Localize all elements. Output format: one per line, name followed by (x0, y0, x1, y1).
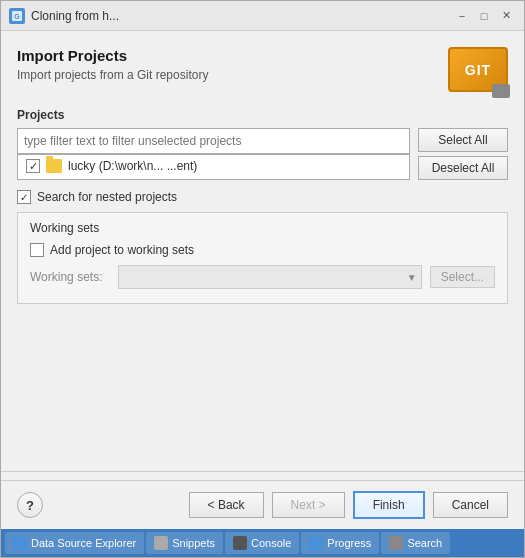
taskbar-console[interactable]: Console (225, 532, 299, 554)
list-item: lucky (D:\work\n... ...ent) (18, 155, 409, 177)
dialog-title: Import Projects (17, 47, 448, 64)
project-checkbox[interactable] (26, 159, 40, 173)
projects-area: lucky (D:\work\n... ...ent) Select All D… (17, 128, 508, 180)
svg-text:G: G (14, 13, 20, 20)
working-sets-combo: ▼ (118, 265, 422, 289)
snippets-icon (154, 536, 168, 550)
search-nested-checkbox[interactable] (17, 190, 31, 204)
search-nested-row: Search for nested projects (17, 190, 508, 204)
taskbar-search-label: Search (407, 537, 442, 549)
project-name: lucky (D:\work\n... ...ent) (68, 159, 197, 173)
add-to-working-sets-label: Add project to working sets (50, 243, 194, 257)
add-to-working-sets-row: Add project to working sets (30, 243, 495, 257)
projects-section: Projects lucky (D:\work\n... ...ent) Sel… (17, 108, 508, 180)
dialog-subtitle: Import projects from a Git repository (17, 68, 448, 82)
add-to-working-sets-checkbox[interactable] (30, 243, 44, 257)
progress-icon (309, 536, 323, 550)
working-sets-combo-row: Working sets: ▼ Select... (30, 265, 495, 289)
back-button[interactable]: < Back (189, 492, 264, 518)
datasource-icon (13, 536, 27, 550)
taskbar-progress[interactable]: Progress (301, 532, 379, 554)
title-bar: G Cloning from h... − □ ✕ (1, 1, 524, 31)
working-sets-title: Working sets (30, 221, 495, 235)
search-icon (389, 536, 403, 550)
help-button[interactable]: ? (17, 492, 43, 518)
search-nested-label: Search for nested projects (37, 190, 177, 204)
git-logo: GIT (448, 47, 508, 92)
taskbar: Data Source Explorer Snippets Console Pr… (1, 529, 524, 557)
taskbar-snippets-label: Snippets (172, 537, 215, 549)
taskbar-datasource-label: Data Source Explorer (31, 537, 136, 549)
title-bar-controls: − □ ✕ (452, 6, 516, 26)
window-icon: G (9, 8, 25, 24)
finish-button[interactable]: Finish (353, 491, 425, 519)
folder-icon (46, 159, 62, 173)
working-sets-section: Working sets Add project to working sets… (17, 212, 508, 304)
filter-input[interactable] (17, 128, 410, 154)
cancel-button[interactable]: Cancel (433, 492, 508, 518)
working-sets-label: Working sets: (30, 270, 110, 284)
taskbar-datasource[interactable]: Data Source Explorer (5, 532, 144, 554)
deselect-all-button[interactable]: Deselect All (418, 156, 508, 180)
main-window: G Cloning from h... − □ ✕ Import Project… (0, 0, 525, 558)
header-section: Import Projects Import projects from a G… (17, 47, 508, 92)
next-button[interactable]: Next > (272, 492, 345, 518)
maximize-button[interactable]: □ (474, 6, 494, 26)
projects-label: Projects (17, 108, 508, 122)
taskbar-progress-label: Progress (327, 537, 371, 549)
dialog-content: Import Projects Import projects from a G… (1, 31, 524, 463)
bottom-bar: ? < Back Next > Finish Cancel (1, 480, 524, 529)
side-buttons: Select All Deselect All (418, 128, 508, 180)
console-icon (233, 536, 247, 550)
working-sets-select-button: Select... (430, 266, 495, 288)
taskbar-console-label: Console (251, 537, 291, 549)
select-all-button[interactable]: Select All (418, 128, 508, 152)
taskbar-search[interactable]: Search (381, 532, 450, 554)
combo-arrow-icon: ▼ (407, 272, 417, 283)
projects-list: lucky (D:\work\n... ...ent) (17, 154, 410, 180)
minimize-button[interactable]: − (452, 6, 472, 26)
window-title: Cloning from h... (31, 9, 452, 23)
header-text: Import Projects Import projects from a G… (17, 47, 448, 82)
close-button[interactable]: ✕ (496, 6, 516, 26)
separator (1, 471, 524, 472)
taskbar-snippets[interactable]: Snippets (146, 532, 223, 554)
